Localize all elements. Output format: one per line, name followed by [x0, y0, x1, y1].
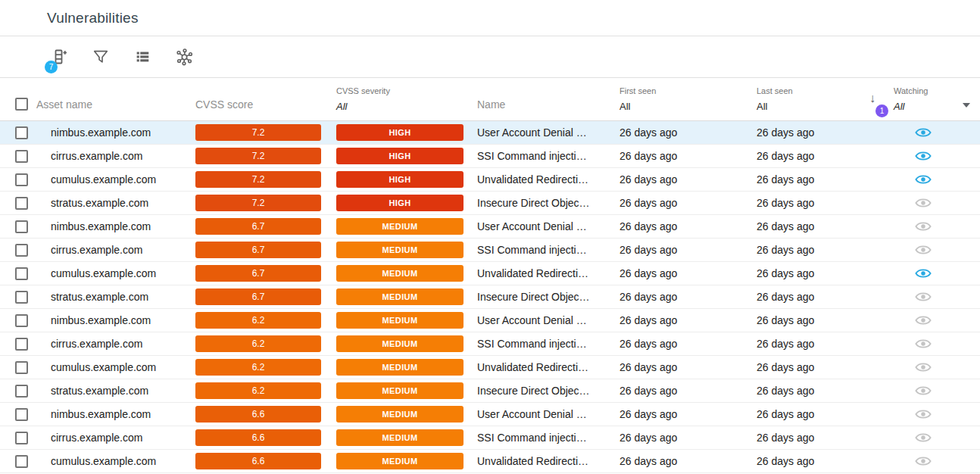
table-row[interactable]: nimbus.example.com 7.2 HIGH User Account… — [0, 121, 980, 145]
table-row[interactable]: stratus.example.com 6.7 MEDIUM Insecure … — [0, 285, 980, 309]
row-checkbox[interactable] — [15, 361, 28, 374]
table-row[interactable]: nimbus.example.com 6.2 MEDIUM User Accou… — [0, 309, 980, 332]
severity-cell: MEDIUM — [321, 332, 465, 355]
name-cell: SSI Command injecti… — [465, 426, 609, 449]
add-column-button[interactable]: 7 — [47, 45, 71, 69]
filter-button[interactable] — [89, 45, 113, 69]
chevron-down-icon[interactable] — [963, 103, 970, 108]
cvss-score-value: 6.2 — [252, 385, 265, 396]
toolbar: 7 — [0, 36, 980, 78]
asset-name: stratus.example.com — [51, 291, 148, 303]
table-row[interactable]: cumulus.example.com 6.6 MEDIUM Unvalidat… — [0, 450, 980, 473]
vulnerability-name: Insecure Direct Objec… — [477, 197, 590, 209]
row-checkbox-cell — [0, 356, 36, 379]
row-checkbox[interactable] — [15, 150, 28, 163]
caret-spacer-cell — [953, 239, 980, 261]
score-cell: 6.6 — [182, 426, 321, 449]
name-cell: User Account Denial … — [465, 309, 609, 332]
caret-spacer-cell — [953, 192, 980, 214]
table-row[interactable]: nimbus.example.com 6.6 MEDIUM User Accou… — [0, 403, 980, 426]
row-checkbox-cell — [0, 285, 36, 308]
sort-control[interactable]: ↓ 1 — [869, 92, 889, 113]
table-row[interactable]: cumulus.example.com 6.2 MEDIUM Unvalidat… — [0, 356, 980, 379]
cvss-severity-label: HIGH — [389, 151, 410, 161]
table-body: nimbus.example.com 7.2 HIGH User Account… — [0, 121, 980, 473]
graph-view-button[interactable] — [172, 45, 196, 69]
watching-eye-icon[interactable] — [915, 265, 932, 282]
asset-cell: cumulus.example.com — [36, 168, 182, 191]
table-row[interactable]: stratus.example.com 7.2 HIGH Insecure Di… — [0, 192, 980, 215]
table-row[interactable]: cumulus.example.com 7.2 HIGH Unvalidated… — [0, 168, 980, 192]
last-seen-cell: 26 days ago — [750, 332, 863, 355]
watching-cell — [894, 426, 953, 449]
table-row[interactable]: cirrus.example.com 6.2 MEDIUM SSI Comman… — [0, 332, 980, 356]
row-checkbox[interactable] — [15, 314, 28, 327]
cvss-score-bar: 7.2 — [195, 171, 321, 188]
score-cell: 6.2 — [182, 332, 321, 355]
row-checkbox[interactable] — [15, 220, 28, 233]
severity-cell: HIGH — [321, 192, 465, 214]
asset-name: cumulus.example.com — [51, 173, 156, 186]
select-all-checkbox[interactable] — [15, 98, 28, 111]
first-seen-value: 26 days ago — [620, 455, 677, 467]
last-seen-cell: 26 days ago — [750, 121, 863, 144]
row-checkbox[interactable] — [15, 267, 28, 280]
table-row[interactable]: nimbus.example.com 6.7 MEDIUM User Accou… — [0, 215, 980, 239]
list-view-button[interactable] — [130, 45, 154, 69]
asset-name: cumulus.example.com — [51, 455, 156, 467]
watching-eye-icon[interactable] — [915, 124, 932, 141]
watching-eye-icon[interactable] — [915, 312, 932, 329]
last-seen-value: 26 days ago — [757, 197, 814, 209]
first-seen-cell: 26 days ago — [609, 145, 750, 167]
header-cvss-severity-filter[interactable]: CVSS severity All — [321, 78, 465, 120]
row-checkbox[interactable] — [15, 455, 28, 468]
cvss-severity-badge: MEDIUM — [336, 265, 463, 282]
header-watching-filter[interactable]: Watching All — [894, 78, 953, 120]
table-header: Asset name CVSS score CVSS severity All … — [0, 78, 980, 121]
last-seen-cell: 26 days ago — [750, 379, 863, 402]
vulnerability-name: SSI Command injecti… — [477, 244, 587, 256]
caret-spacer-cell — [953, 356, 980, 379]
asset-cell: cirrus.example.com — [36, 145, 182, 167]
watching-eye-icon[interactable] — [915, 288, 932, 305]
watching-eye-icon[interactable] — [915, 382, 932, 399]
watching-eye-icon[interactable] — [915, 406, 932, 423]
row-checkbox[interactable] — [15, 126, 28, 139]
row-checkbox[interactable] — [15, 385, 28, 398]
last-seen-cell: 26 days ago — [750, 192, 863, 214]
row-checkbox[interactable] — [15, 432, 28, 444]
watching-cell — [894, 192, 953, 214]
watching-eye-icon[interactable] — [915, 429, 932, 446]
watching-eye-icon[interactable] — [915, 218, 932, 235]
table-row[interactable]: cirrus.example.com 6.6 MEDIUM SSI Comman… — [0, 426, 980, 450]
asset-cell: nimbus.example.com — [36, 403, 182, 426]
row-checkbox[interactable] — [15, 408, 28, 421]
watching-eye-icon[interactable] — [915, 242, 932, 258]
table-row[interactable]: cirrus.example.com 6.7 MEDIUM SSI Comman… — [0, 239, 980, 262]
first-seen-value: 26 days ago — [620, 126, 677, 139]
header-first-seen-filter[interactable]: First seen All — [609, 78, 750, 120]
watching-eye-icon[interactable] — [915, 359, 932, 376]
row-checkbox[interactable] — [15, 244, 28, 257]
header-last-seen-filter[interactable]: Last seen All — [750, 78, 863, 120]
last-seen-value: 26 days ago — [757, 385, 814, 397]
watching-eye-icon[interactable] — [915, 171, 932, 188]
cvss-severity-label: MEDIUM — [382, 269, 417, 278]
watching-eye-icon[interactable] — [915, 335, 932, 352]
row-checkbox[interactable] — [15, 291, 28, 304]
table-row[interactable]: cumulus.example.com 6.7 MEDIUM Unvalidat… — [0, 262, 980, 285]
first-seen-cell: 26 days ago — [609, 403, 750, 426]
asset-cell: nimbus.example.com — [36, 309, 182, 332]
severity-cell: HIGH — [321, 168, 465, 191]
table-row[interactable]: cirrus.example.com 7.2 HIGH SSI Command … — [0, 145, 980, 168]
asset-cell: stratus.example.com — [36, 379, 182, 402]
row-checkbox[interactable] — [15, 173, 28, 186]
watching-eye-icon[interactable] — [915, 148, 932, 164]
row-checkbox[interactable] — [15, 197, 28, 210]
asset-cell: cumulus.example.com — [36, 356, 182, 379]
table-row[interactable]: stratus.example.com 6.2 MEDIUM Insecure … — [0, 379, 980, 403]
row-checkbox-cell — [0, 332, 36, 355]
row-checkbox[interactable] — [15, 338, 28, 351]
watching-eye-icon[interactable] — [915, 195, 932, 211]
watching-eye-icon[interactable] — [915, 453, 932, 469]
